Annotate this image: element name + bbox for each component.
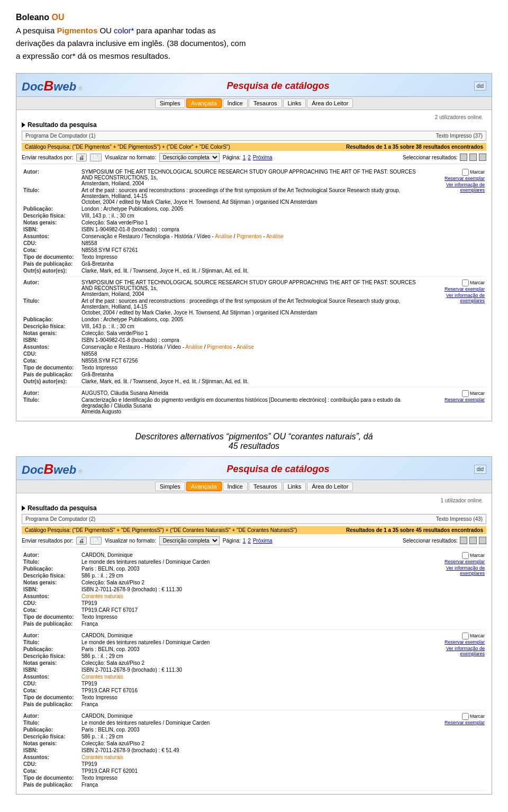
table-row: Publicação: Paris : BELIN, cop. 2003 [22,565,486,572]
table-row: Outr(s) autor(es): Clarke, Mark, ed. lit… [22,267,486,274]
grid-icon-1a[interactable] [460,154,467,161]
table-row: Autor: AUGUSTO, Cláudia Susana Almeida M… [22,390,486,396]
marcar-checkbox-1[interactable] [462,169,469,176]
b-text: B [44,78,54,94]
ver-info-link-s2-2[interactable]: Ver informação deexemplares [424,646,485,656]
analise-link-2a[interactable]: Análise [185,344,203,350]
reservar-link-s2-2[interactable]: Reservar exemplar [424,639,485,645]
export-btn2[interactable]: 📄 [90,537,102,545]
reservar-link-3[interactable]: Reservar exemplar [424,397,485,402]
ver-info-link-s2-1[interactable]: Ver informação deexemplares [424,565,485,576]
grid-icon-2c[interactable] [479,537,486,544]
marcar-checkbox-s2-2[interactable] [462,633,469,639]
nav-indice2[interactable]: Índice [223,482,248,491]
table-row: Tipo de documento: Texto Impresso [22,613,486,620]
pigmentos-link-1[interactable]: Pigmentos [237,233,261,239]
docb-nav2[interactable]: Simples Avançada Índice Tesauros Links Á… [16,480,492,493]
pais-label-s2-3: País de publicação: [22,781,80,788]
docb-logo2: DocBweb ® [22,461,83,477]
pigmentos-link-2[interactable]: Pigmentos [207,344,232,350]
nav-simples1[interactable]: Simples [155,98,185,108]
doc-text: Doc [22,80,44,94]
notas-label: Notas gerais: [22,219,80,226]
pagination2: Página: 1 2 Próxima [223,538,273,544]
page2-1-link[interactable]: 1 [243,538,246,544]
nav-simples2[interactable]: Simples [155,482,185,491]
tipo-value-s2-2: Texto Impresso [80,694,423,701]
grid-icon-2a[interactable] [460,537,467,544]
grid-icon-2b[interactable] [469,537,477,544]
reservar-link-s2-3[interactable]: Reservar exemplar [424,720,485,725]
nav-arealeitor1[interactable]: Área do Leitor [307,98,353,108]
nav-tesauros2[interactable]: Tesauros [249,482,282,491]
marcar-check-2[interactable]: Marcar [424,279,485,286]
nav-avancada2[interactable]: Avançada [186,482,222,491]
export-btn1[interactable]: 📄 [90,154,102,161]
nav-links2[interactable]: Links [283,482,306,491]
desc-label: Descrição física: [22,212,80,219]
result-entry-3: Autor: AUGUSTO, Cláudia Susana Almeida M… [22,387,486,418]
nav-indice1[interactable]: Índice [223,98,248,108]
analise-link-1[interactable]: Análise [215,233,232,239]
pub-value-2: London : Archetype Publications, cop. 20… [80,316,423,323]
print-btn2[interactable]: 🖨 [76,537,87,545]
ver-info-link-2[interactable]: Ver informação deexemplares [424,293,485,303]
corantes-link-s2-1[interactable]: Corantes naturais [81,593,123,599]
cota-value-s2-2: TP919.CAR FCT 67016 [80,687,423,694]
proximo-link2[interactable]: Próxima [253,538,273,544]
page2-2-link[interactable]: 2 [248,538,251,544]
table-row: Cota: TP919.CAR FCT 67017 [22,607,486,613]
marcar-check-s2-2[interactable]: Marcar [424,633,485,639]
page-2-link[interactable]: 2 [248,155,251,160]
marcar-check-3[interactable]: Marcar [424,390,485,397]
corantes-link-s2-2[interactable]: Corantes naturais [81,674,123,680]
proximo-link1[interactable]: Próxima [253,155,273,160]
did-badge2: did [474,465,486,474]
info-box1: Programa De Computador (1) Texto Impress… [22,131,486,141]
ver-info-link-1[interactable]: Ver informação deexemplares [424,182,485,193]
desc-label-s2-3: Descrição física: [22,733,80,740]
cdu-value-2: N8558 [80,350,423,357]
reservar-link-2[interactable]: Reservar exemplar [424,286,485,292]
analise2-link-2[interactable]: Análise [237,344,254,350]
marcar-checkbox-2[interactable] [462,279,469,286]
nav-arealeitor2[interactable]: Área do Leitor [307,482,353,491]
grid-icon-1c[interactable] [479,154,486,161]
ou-2: OU [99,26,112,35]
print-btn1[interactable]: 🖨 [76,154,87,161]
marcar-checkbox-3[interactable] [462,390,469,397]
reservar-link-s2-1[interactable]: Reservar exemplar [424,559,485,564]
docb-nav1[interactable]: Simples Avançada Índice Tesauros Links Á… [16,97,492,110]
analise2-link-1[interactable]: Análise [266,233,284,239]
autor-value-s2-2: CARDON, Dominique [80,632,423,639]
pub-label-s2-3: Publicação: [22,726,80,733]
autor-label-s2-2: Autor: [22,632,80,639]
page-1-link[interactable]: 1 [243,155,246,160]
catalog-query1: Catálogo Pesquisa: ("DE Pigmentos" + "DE… [25,144,230,150]
visualizar-label2: Visualizar no formato: [105,538,156,544]
marcar-label-1: Marcar [470,169,485,175]
format-select1[interactable]: Descrição completa [159,153,220,162]
info-right2: Texto Impresso (43) [436,516,483,522]
table-row: Tipo de documento: Texto Impresso [22,364,486,371]
nav-links1[interactable]: Links [283,98,306,108]
marcar-check-s2-3[interactable]: Marcar [424,713,485,720]
format-select2[interactable]: Descrição completa [159,536,220,545]
reservar-link-1[interactable]: Reservar exemplar [424,176,485,181]
isbn-value-2: ISBN 1-904982-01-8 (brochado) : compra [80,337,423,344]
nav-avancada1[interactable]: Avançada [186,98,222,108]
marcar-check-s2-1[interactable]: Marcar [424,552,485,559]
cdu-value-s2-2: TP919 [80,680,423,687]
marcar-checkbox-s2-3[interactable] [462,713,469,720]
result-table-s2-2: Autor: CARDON, Dominique Marcar Reservar… [22,632,486,708]
corantes-link-s2-3[interactable]: Corantes naturais [81,754,123,760]
marcar-label-3: Marcar [470,391,485,396]
table-row: País de publicação: Grã-Bretanha [22,371,486,378]
grid-icon-1b[interactable] [469,154,477,161]
notas-label-s2-1: Notas gerais: [22,579,80,586]
marcar-check-1[interactable]: Marcar [424,169,485,176]
nav-tesauros1[interactable]: Tesauros [249,98,282,108]
marcar-checkbox-s2-1[interactable] [462,552,469,559]
notas-value-1: Colecção: Sala verde/Piso 1 [80,219,423,226]
triangle-icon1 [22,122,25,128]
